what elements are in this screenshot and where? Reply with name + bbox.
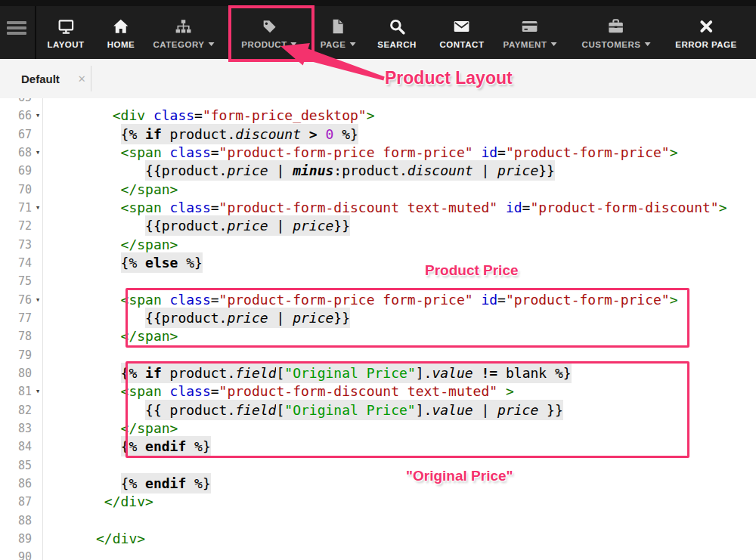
fold-arrow-icon[interactable]: ▾	[33, 107, 42, 125]
credit-card-icon	[521, 17, 539, 36]
fold-arrow-icon[interactable]: ▾	[33, 144, 42, 162]
code-line[interactable]: 85	[0, 456, 756, 475]
nav-item-home[interactable]: HOME	[107, 6, 135, 59]
tab-separator	[91, 66, 91, 91]
code-line[interactable]: 68▾ <span class="product-form-price form…	[0, 144, 756, 162]
line-number: 81	[0, 382, 32, 401]
nav-item-category[interactable]: CATEGORY	[153, 6, 215, 59]
code-line[interactable]: 66▾ <div class="form-price_desktop">	[0, 107, 756, 125]
code-line[interactable]: 76▾ <span class="product-form-price form…	[0, 291, 756, 309]
nav-item-label: PRODUCT	[241, 40, 296, 49]
line-number: 83	[0, 419, 32, 438]
code-text: {% else %}	[47, 252, 203, 273]
nav-item-label: PAGE	[321, 40, 356, 49]
line-number: 78	[0, 327, 32, 345]
code-text: </div>	[47, 531, 145, 546]
code-text: {% if product.field["Original Price"].va…	[47, 363, 572, 383]
nav-item-payment[interactable]: PAYMENT	[503, 6, 557, 59]
nav-item-customers[interactable]: CUSTOMERS	[582, 6, 651, 59]
tab-default[interactable]: Default ✕	[0, 59, 86, 98]
code-text: <span class="product-form-price form-pri…	[47, 144, 678, 160]
code-line[interactable]: 87 </div>	[0, 493, 756, 511]
code-line[interactable]: 71▾ <span class="product-form-discount t…	[0, 199, 756, 217]
code-line[interactable]: 72 {{product.price | price}}	[0, 217, 756, 235]
code-line[interactable]: 70 </span>	[0, 181, 756, 199]
code-text: </span>	[47, 237, 178, 252]
code-text: {{product.price | price}}	[47, 308, 350, 328]
monitor-icon	[57, 17, 75, 36]
x-icon	[697, 17, 715, 36]
chevron-down-icon	[644, 42, 650, 46]
fold-arrow-icon[interactable]: ▾	[33, 382, 42, 401]
code-line[interactable]: 74 {% else %}	[0, 254, 756, 272]
code-line[interactable]: 77 {{product.price | price}}	[0, 309, 756, 327]
line-number: 66	[0, 107, 32, 125]
code-text: <span class="product-form-price form-pri…	[47, 292, 678, 308]
code-editor[interactable]: 6566▾ <div class="form-price_desktop">67…	[0, 98, 756, 560]
search-icon	[388, 17, 406, 36]
line-number: 88	[0, 512, 32, 530]
line-number: 79	[0, 346, 32, 364]
nav-item-label: LAYOUT	[47, 40, 84, 49]
code-line[interactable]: 89 </div>	[0, 530, 756, 548]
nav-item-error-page[interactable]: ERROR PAGE	[675, 6, 736, 59]
file-icon	[329, 17, 347, 36]
line-number: 70	[0, 181, 32, 199]
code-line[interactable]: 84 {% endif %}	[0, 438, 756, 456]
code-text: {% endif %}	[47, 436, 211, 456]
code-line[interactable]: 65	[0, 98, 756, 107]
line-number: 84	[0, 438, 32, 456]
code-line[interactable]: 82 {{ product.field["Original Price"].va…	[0, 401, 756, 419]
hamburger-menu-icon[interactable]	[7, 21, 27, 39]
nav-item-contact[interactable]: CONTACT	[440, 6, 485, 59]
nav-item-search[interactable]: SEARCH	[377, 6, 417, 59]
code-line[interactable]: 81▾ <span class="product-form-discount t…	[0, 382, 756, 401]
briefcase-icon	[607, 17, 625, 36]
code-line[interactable]: 86 {% endif %}	[0, 475, 756, 493]
nav-item-layout[interactable]: LAYOUT	[47, 6, 84, 59]
line-number: 74	[0, 254, 32, 272]
code-line[interactable]: 80 {% if product.field["Original Price"]…	[0, 364, 756, 382]
line-number: 82	[0, 401, 32, 419]
code-text: </span>	[47, 420, 178, 436]
line-number: 75	[0, 272, 32, 290]
nav-item-label: CATEGORY	[153, 40, 215, 49]
code-text: {% if product.discount > 0 %}	[47, 124, 358, 144]
line-number: 73	[0, 236, 32, 254]
code-line[interactable]: 67 {% if product.discount > 0 %}	[0, 125, 756, 144]
nav-item-label: PAYMENT	[503, 40, 557, 49]
code-text: {{product.price | minus:product.discount…	[47, 160, 555, 181]
fold-arrow-icon[interactable]: ▾	[33, 199, 42, 217]
fold-arrow-icon[interactable]: ▾	[33, 291, 42, 309]
code-line[interactable]: 83 </span>	[0, 419, 756, 438]
line-number: 86	[0, 475, 32, 493]
tab-bar: Default ✕	[0, 59, 756, 99]
line-number: 71	[0, 199, 32, 217]
line-number: 80	[0, 364, 32, 382]
code-line[interactable]: 73 </span>	[0, 236, 756, 254]
line-number: 85	[0, 456, 32, 475]
code-line[interactable]: 75	[0, 272, 756, 290]
chevron-down-icon	[208, 42, 214, 46]
code-text: <div class="form-price_desktop">	[47, 107, 375, 123]
code-line[interactable]: 88	[0, 512, 756, 530]
line-number: 67	[0, 125, 32, 144]
line-number: 89	[0, 530, 32, 548]
line-number: 76	[0, 291, 32, 309]
close-icon[interactable]: ✕	[78, 73, 86, 85]
code-line[interactable]: 79	[0, 346, 756, 364]
nav-item-label: CUSTOMERS	[582, 40, 651, 49]
code-line[interactable]: 78 </span>	[0, 327, 756, 345]
app-window: LAYOUTHOMECATEGORYPRODUCTPAGESEARCHCONTA…	[0, 0, 756, 560]
code-line[interactable]: 69 {{product.price | minus:product.disco…	[0, 162, 756, 180]
line-number: 90	[0, 548, 32, 560]
code-text: <span class="product-form-discount text-…	[47, 200, 727, 215]
nav-item-page[interactable]: PAGE	[321, 6, 356, 59]
code-line[interactable]: 90	[0, 548, 756, 560]
nav-item-label: SEARCH	[377, 40, 417, 49]
tab-label: Default	[21, 73, 60, 85]
chevron-down-icon	[550, 42, 556, 46]
nav-item-product[interactable]: PRODUCT	[241, 6, 296, 59]
navbar-top-strip	[0, 0, 756, 6]
line-number: 77	[0, 309, 32, 327]
